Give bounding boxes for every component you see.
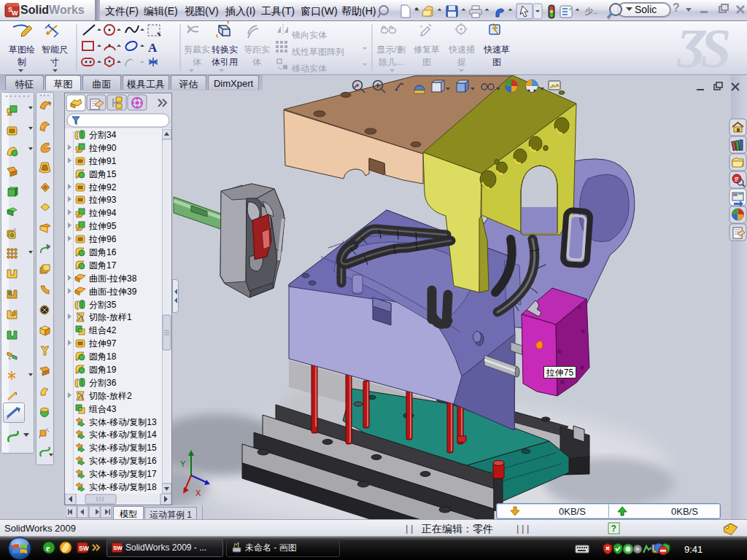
svg-text:A: A — [148, 41, 158, 55]
svg-text:e: e — [46, 543, 50, 553]
svg-text:X: X — [196, 489, 201, 497]
svg-text:SW: SW — [79, 545, 90, 552]
svg-text:S: S — [735, 176, 739, 183]
svg-text:W: W — [12, 9, 18, 17]
svg-text:Y: Y — [180, 459, 186, 468]
svg-text:?: ? — [611, 524, 616, 534]
svg-text:SW: SW — [113, 545, 123, 551]
svg-text:少..: 少.. — [585, 7, 597, 15]
svg-text:+: + — [419, 23, 423, 30]
